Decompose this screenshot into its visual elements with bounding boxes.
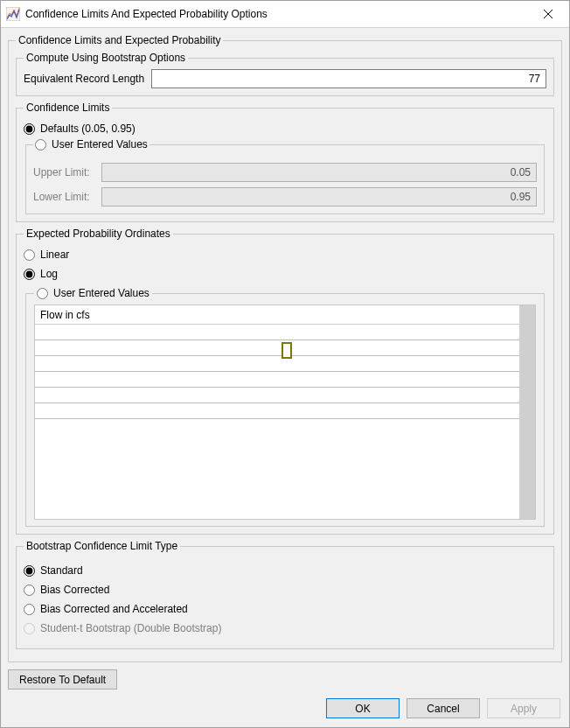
dialog-window: Confidence Limits And Expected Probabili… (0, 0, 570, 728)
radio-user-ordinates-label: User Entered Values (53, 287, 149, 299)
radio-user-limits-label: User Entered Values (52, 138, 148, 150)
radio-user-limits-input[interactable] (35, 139, 46, 150)
dialog-footer: OK Cancel Apply (1, 695, 569, 727)
lower-limit-input (101, 187, 537, 206)
scrollbar-thumb[interactable] (520, 305, 535, 518)
apply-button: Apply (487, 698, 560, 718)
radio-bias-corrected-input[interactable] (24, 584, 35, 596)
radio-bias-corrected-accel-label: Bias Corrected and Accelerated (40, 603, 188, 615)
lower-limit-label: Lower Limit: (33, 191, 94, 203)
radio-standard[interactable]: Standard (24, 564, 546, 577)
equivalent-record-length-input[interactable] (151, 69, 546, 88)
window-title: Confidence Limits And Expected Probabili… (25, 8, 531, 20)
ordinates-table[interactable]: Flow in cfs (34, 304, 536, 519)
radio-student-t-input (24, 623, 35, 634)
radio-linear-input[interactable] (24, 249, 35, 261)
radio-log-label: Log (40, 268, 58, 280)
cancel-button[interactable]: Cancel (407, 698, 480, 718)
table-row[interactable] (35, 340, 519, 356)
radio-user-ordinates[interactable]: User Entered Values (37, 287, 149, 299)
group-bootstrap-confidence-limit-type: Bootstrap Confidence Limit Type Standard… (16, 540, 554, 649)
app-icon (6, 7, 20, 21)
radio-defaults-label: Defaults (0.05, 0.95) (40, 122, 136, 135)
radio-bias-corrected[interactable]: Bias Corrected (24, 584, 546, 596)
title-bar: Confidence Limits And Expected Probabili… (1, 1, 569, 28)
group-legend-epo: Expected Probability Ordinates (24, 228, 173, 240)
group-confidence-limits-expected-prob: Confidence Limits and Expected Probabili… (8, 34, 562, 662)
radio-defaults-input[interactable] (24, 123, 35, 135)
radio-log-input[interactable] (24, 269, 35, 280)
table-row[interactable] (35, 325, 519, 340)
content-area: Confidence Limits and Expected Probabili… (1, 28, 569, 695)
table-active-cell[interactable] (282, 342, 292, 359)
radio-standard-label: Standard (40, 564, 83, 577)
table-row[interactable] (35, 372, 519, 388)
radio-user-ordinates-input[interactable] (37, 288, 48, 299)
radio-standard-input[interactable] (24, 565, 35, 577)
radio-defaults[interactable]: Defaults (0.05, 0.95) (24, 122, 546, 135)
radio-linear-label: Linear (40, 248, 69, 261)
group-expected-probability-ordinates: Expected Probability Ordinates Linear Lo… (16, 228, 554, 535)
ok-button[interactable]: OK (326, 698, 400, 718)
group-confidence-limits: Confidence Limits Defaults (0.05, 0.95) … (16, 102, 554, 222)
table-row[interactable] (35, 403, 519, 419)
table-row[interactable] (35, 356, 519, 372)
group-legend-bclt: Bootstrap Confidence Limit Type (24, 540, 180, 552)
radio-bias-corrected-accel-input[interactable] (24, 604, 35, 615)
group-legend-conf-limits: Confidence Limits (24, 102, 112, 114)
radio-linear[interactable]: Linear (24, 248, 546, 261)
restore-to-default-button[interactable]: Restore To Default (8, 669, 117, 690)
group-compute-bootstrap-options: Compute Using Bootstrap Options Equivale… (16, 52, 554, 96)
group-user-entered-limits: User Entered Values Upper Limit: Lower L… (25, 138, 545, 214)
ordinates-scrollbar[interactable] (519, 305, 535, 518)
radio-bias-corrected-accel[interactable]: Bias Corrected and Accelerated (24, 603, 546, 615)
radio-bias-corrected-label: Bias Corrected (40, 584, 109, 596)
radio-user-limits[interactable]: User Entered Values (35, 138, 148, 150)
upper-limit-label: Upper Limit: (33, 166, 94, 178)
radio-log[interactable]: Log (24, 268, 546, 280)
table-row[interactable] (35, 388, 519, 403)
radio-student-t: Student-t Bootstrap (Double Bootstrap) (24, 622, 546, 634)
close-button[interactable] (531, 2, 566, 26)
group-legend-outer: Confidence Limits and Expected Probabili… (16, 34, 223, 46)
ordinates-table-body[interactable] (35, 325, 519, 518)
group-user-entered-ordinates: User Entered Values Flow in cfs (25, 287, 545, 527)
upper-limit-input (101, 163, 537, 182)
radio-student-t-label: Student-t Bootstrap (Double Bootstrap) (40, 622, 221, 634)
equivalent-record-length-label: Equivalent Record Length (24, 73, 144, 85)
ordinates-table-header: Flow in cfs (35, 305, 519, 325)
group-legend-bootstrap-opts: Compute Using Bootstrap Options (24, 52, 188, 64)
